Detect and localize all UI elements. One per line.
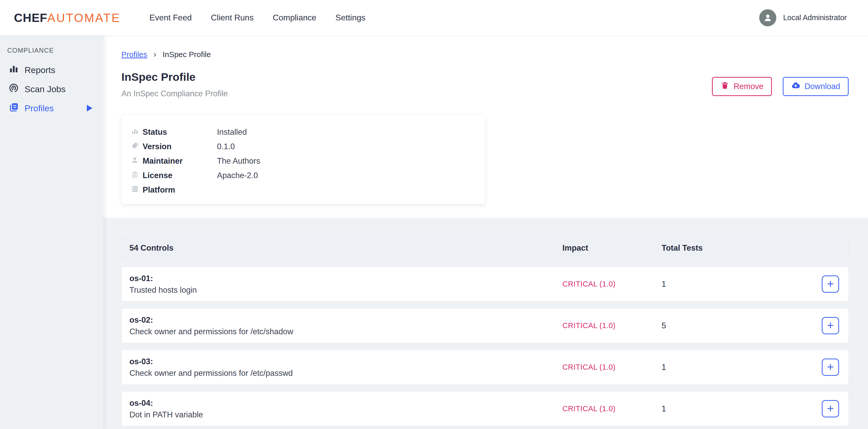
main-content: Profiles › InSpec Profile InSpec Profile… — [103, 35, 868, 429]
sidebar-item-label: Scan Jobs — [25, 84, 66, 94]
breadcrumb-profiles-link[interactable]: Profiles — [121, 50, 147, 59]
chevron-right-icon: › — [153, 50, 156, 59]
page-subtitle: An InSpec Compliance Profile — [121, 89, 228, 98]
sidebar-item-label: Profiles — [25, 103, 54, 113]
bar-chart-icon — [8, 64, 19, 76]
controls-table-header: 54 Controls Impact Total Tests — [121, 236, 848, 260]
remove-button[interactable]: Remove — [712, 77, 772, 96]
control-description: Check owner and permissions for /etc/pas… — [129, 367, 562, 379]
control-impact: CRITICAL (1.0) — [562, 321, 661, 330]
sidebar-item-reports[interactable]: Reports — [0, 60, 103, 79]
primary-nav: Event Feed Client Runs Compliance Settin… — [150, 13, 366, 23]
control-row-os-03: os-03: Check owner and permissions for /… — [121, 350, 848, 385]
bar-chart-icon — [131, 127, 143, 137]
control-row-os-02: os-02: Check owner and permissions for /… — [121, 308, 848, 343]
tag-icon — [131, 141, 143, 152]
detail-row-maintainer: Maintainer The Authors — [131, 154, 485, 168]
detail-label: License — [143, 171, 217, 180]
logo-automate-text: AUTOMATE — [47, 11, 120, 25]
detail-value: The Authors — [217, 157, 485, 166]
remove-button-label: Remove — [734, 82, 764, 91]
control-id: os-02: — [129, 314, 562, 326]
detail-label: Platform — [143, 185, 217, 195]
user-menu[interactable]: Local Administrator — [759, 9, 847, 26]
expand-control-button[interactable]: + — [822, 317, 839, 334]
nav-item-compliance[interactable]: Compliance — [273, 13, 316, 23]
compliance-sidebar: COMPLIANCE Reports Scan Jobs — [0, 35, 103, 429]
control-id: os-01: — [129, 272, 562, 284]
control-total-tests: 1 — [661, 363, 804, 372]
sidebar-item-label: Reports — [25, 65, 55, 75]
person-icon — [131, 156, 143, 166]
plus-icon: + — [827, 402, 834, 414]
header-controls-count: 54 Controls — [129, 243, 562, 253]
control-description: Check owner and permissions for /etc/sha… — [129, 326, 562, 337]
breadcrumb: Profiles › InSpec Profile — [121, 50, 848, 59]
server-list-icon — [131, 185, 143, 195]
detail-label: Maintainer — [143, 157, 217, 166]
control-id: os-03: — [129, 356, 562, 367]
page-title: InSpec Profile — [121, 71, 228, 84]
expand-control-button[interactable]: + — [822, 400, 839, 418]
download-button[interactable]: Download — [783, 77, 848, 96]
nav-item-settings[interactable]: Settings — [336, 13, 366, 23]
control-total-tests: 1 — [661, 404, 804, 414]
control-impact: CRITICAL (1.0) — [562, 363, 661, 371]
nav-item-event-feed[interactable]: Event Feed — [150, 13, 192, 23]
profile-details-card: Status Installed Version 0.1.0 — [121, 115, 485, 204]
header-impact: Impact — [562, 243, 661, 253]
control-id: os-04: — [129, 397, 562, 409]
detail-value: Apache-2.0 — [217, 171, 485, 180]
control-impact: CRITICAL (1.0) — [562, 280, 661, 288]
chef-automate-app: CHEFAUTOMATE Event Feed Client Runs Comp… — [0, 0, 868, 429]
trash-icon — [720, 81, 729, 92]
plus-icon: + — [827, 361, 834, 373]
sidebar-item-profiles[interactable]: Profiles — [0, 99, 103, 118]
detail-row-version: Version 0.1.0 — [131, 139, 485, 154]
detail-row-status: Status Installed — [131, 125, 485, 139]
detail-value: Installed — [217, 128, 485, 137]
control-total-tests: 1 — [661, 279, 804, 289]
expand-arrow-icon — [87, 105, 92, 111]
detail-row-license: License Apache-2.0 — [131, 168, 485, 183]
detail-value: 0.1.0 — [217, 142, 485, 151]
control-row-os-01: os-01: Trusted hosts login CRITICAL (1.0… — [121, 267, 848, 301]
logo-chef-text: CHEF — [14, 11, 47, 25]
bank-icon — [131, 170, 143, 181]
plus-icon: + — [827, 278, 834, 290]
radar-target-icon — [8, 83, 19, 95]
plus-icon: + — [827, 319, 834, 331]
sidebar-item-scan-jobs[interactable]: Scan Jobs — [0, 79, 103, 99]
expand-control-button[interactable]: + — [822, 275, 839, 293]
profile-actions: Remove Download — [712, 77, 848, 96]
control-impact: CRITICAL (1.0) — [562, 404, 661, 413]
header-total-tests: Total Tests — [661, 243, 804, 253]
profile-overview-section: Profiles › InSpec Profile InSpec Profile… — [103, 35, 868, 218]
documents-stack-icon — [8, 102, 19, 114]
expand-control-button[interactable]: + — [822, 359, 839, 376]
controls-table: 54 Controls Impact Total Tests os-01: Tr… — [121, 236, 848, 426]
controls-section: 54 Controls Impact Total Tests os-01: Tr… — [103, 218, 868, 429]
detail-label: Version — [143, 142, 217, 151]
control-description: Dot in PATH variable — [129, 409, 562, 421]
cloud-download-icon — [791, 81, 800, 92]
page-header: InSpec Profile An InSpec Compliance Prof… — [121, 71, 848, 98]
control-description: Trusted hosts login — [129, 284, 562, 296]
nav-item-client-runs[interactable]: Client Runs — [211, 13, 253, 23]
breadcrumb-current: InSpec Profile — [162, 50, 211, 59]
control-total-tests: 5 — [661, 321, 804, 330]
sidebar-section-title: COMPLIANCE — [7, 47, 103, 54]
user-avatar-icon — [759, 9, 776, 26]
detail-label: Status — [143, 128, 217, 137]
chef-automate-logo[interactable]: CHEFAUTOMATE — [14, 11, 121, 25]
top-navigation-bar: CHEFAUTOMATE Event Feed Client Runs Comp… — [0, 0, 868, 35]
download-button-label: Download — [804, 82, 840, 91]
control-row-os-04: os-04: Dot in PATH variable CRITICAL (1.… — [121, 391, 848, 426]
user-name: Local Administrator — [783, 13, 847, 22]
detail-row-platform: Platform — [131, 183, 485, 197]
